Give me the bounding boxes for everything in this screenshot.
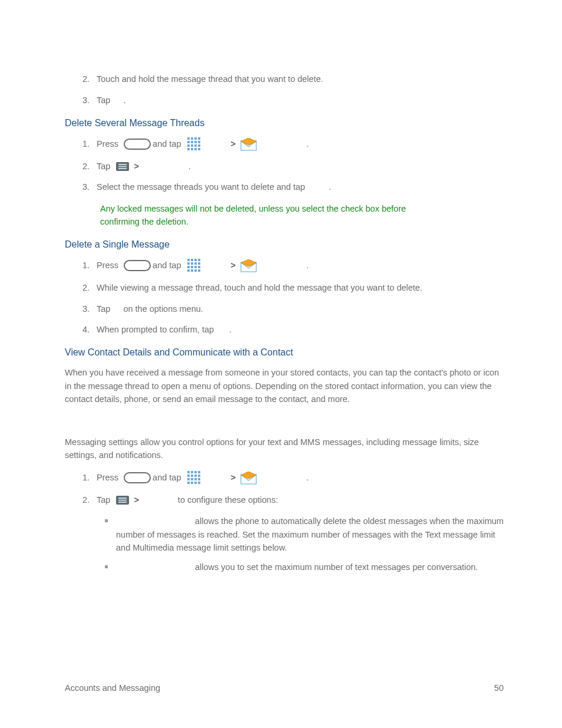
- para-messaging-settings: Messaging settings allow you control opt…: [65, 436, 504, 462]
- step-number: 3.: [82, 94, 97, 107]
- svg-rect-51: [198, 478, 200, 480]
- svg-rect-8: [187, 144, 190, 147]
- svg-rect-28: [194, 262, 197, 265]
- punct: .: [329, 181, 331, 194]
- apps-grid-icon: [187, 470, 202, 486]
- svg-rect-12: [187, 148, 190, 150]
- step-text: Tap: [97, 160, 110, 173]
- apps-grid-icon: [187, 258, 202, 274]
- svg-rect-49: [191, 478, 193, 480]
- settings-steps: 1. Press and tap >: [82, 470, 504, 507]
- list-item: 2. While viewing a message thread, touch…: [82, 282, 504, 295]
- punct: .: [306, 138, 309, 151]
- list-item: 1. Press and tap >: [82, 470, 504, 486]
- svg-rect-2: [194, 137, 197, 140]
- bullet-square-icon: [105, 565, 108, 568]
- svg-rect-29: [198, 262, 200, 265]
- chevron-right-icon: >: [230, 259, 235, 272]
- svg-rect-54: [194, 482, 197, 484]
- apps-grid-icon: [187, 137, 202, 152]
- step-number: 2.: [82, 282, 97, 295]
- svg-rect-9: [191, 144, 193, 147]
- svg-rect-26: [187, 262, 190, 265]
- svg-rect-34: [187, 269, 190, 272]
- svg-rect-21: [118, 168, 127, 169]
- svg-rect-19: [118, 164, 127, 165]
- step-text: and tap: [153, 138, 181, 151]
- svg-rect-31: [191, 266, 193, 268]
- svg-rect-42: [194, 471, 197, 473]
- svg-rect-44: [187, 475, 190, 477]
- svg-rect-48: [187, 478, 190, 480]
- svg-rect-5: [191, 141, 193, 143]
- svg-rect-1: [191, 137, 193, 140]
- step-text: When prompted to confirm, tap: [97, 324, 214, 337]
- list-item: 3. Select the message threads you want t…: [82, 181, 504, 194]
- option-text: allows the phone to automatically delete…: [116, 516, 504, 552]
- svg-rect-53: [191, 482, 193, 484]
- chevron-right-icon: >: [230, 472, 235, 485]
- step-text: Select the message threads you want to d…: [97, 181, 305, 194]
- list-item: 1. Press and tap >: [82, 258, 504, 274]
- home-button-icon: [124, 139, 151, 150]
- step-number: 4.: [82, 324, 97, 337]
- heading-delete-several: Delete Several Message Threads: [65, 118, 504, 129]
- menu-icon: [116, 496, 129, 505]
- step-text: While viewing a message thread, touch an…: [97, 282, 504, 295]
- list-item: 1. Press and tap >: [82, 137, 504, 152]
- svg-rect-4: [187, 141, 190, 143]
- page-footer: Accounts and Messaging 50: [65, 683, 504, 693]
- chevron-right-icon: >: [134, 160, 138, 173]
- svg-rect-0: [187, 137, 190, 140]
- step-text: Press: [97, 472, 118, 485]
- option-text: allows you to set the maximum number of …: [195, 562, 478, 572]
- note-locked-messages: Any locked messages will not be deleted,…: [100, 202, 504, 229]
- home-button-icon: [124, 472, 151, 483]
- chevron-right-icon: >: [134, 494, 138, 507]
- svg-rect-41: [191, 471, 193, 473]
- step-number: 1.: [82, 259, 97, 272]
- step-number: 1.: [82, 138, 97, 151]
- menu-icon: [116, 162, 129, 171]
- punct: .: [306, 472, 309, 485]
- svg-rect-33: [198, 266, 200, 268]
- svg-rect-47: [198, 475, 200, 477]
- messaging-icon: [240, 472, 257, 485]
- step-number: 3.: [82, 303, 97, 316]
- svg-rect-60: [118, 499, 127, 500]
- step-text: to configure these options:: [178, 494, 278, 507]
- step-text: Tap: [97, 494, 110, 507]
- step-text: Tap: [97, 94, 110, 107]
- step-number: 2.: [82, 494, 97, 507]
- svg-rect-3: [198, 137, 200, 140]
- home-button-icon: [124, 260, 151, 271]
- svg-rect-45: [191, 475, 193, 477]
- heading-delete-single: Delete a Single Message: [65, 239, 504, 250]
- svg-rect-35: [191, 269, 193, 272]
- svg-rect-36: [194, 269, 197, 272]
- punct: .: [123, 94, 125, 107]
- list-item: allows the phone to automatically delete…: [100, 515, 504, 554]
- svg-rect-37: [198, 269, 200, 272]
- svg-rect-15: [198, 148, 200, 150]
- svg-rect-7: [198, 141, 200, 143]
- messaging-icon: [240, 259, 257, 272]
- svg-rect-11: [198, 144, 200, 147]
- messaging-icon: [240, 138, 257, 151]
- svg-rect-25: [198, 259, 200, 261]
- svg-rect-43: [198, 471, 200, 473]
- svg-rect-40: [187, 471, 190, 473]
- svg-rect-22: [187, 259, 190, 261]
- delete-several-steps: 1. Press and tap >: [82, 137, 504, 195]
- svg-rect-14: [194, 148, 197, 150]
- svg-rect-46: [194, 475, 197, 477]
- punct: .: [306, 259, 309, 272]
- svg-rect-13: [191, 148, 193, 150]
- svg-rect-20: [118, 166, 127, 167]
- list-item: 4. When prompted to confirm, tap .: [82, 324, 504, 337]
- svg-rect-61: [118, 502, 127, 503]
- step-text: Press: [97, 138, 118, 151]
- svg-rect-27: [191, 262, 193, 265]
- step-text: Touch and hold the message thread that y…: [97, 73, 504, 86]
- page-content: 2. Touch and hold the message thread tha…: [0, 0, 562, 728]
